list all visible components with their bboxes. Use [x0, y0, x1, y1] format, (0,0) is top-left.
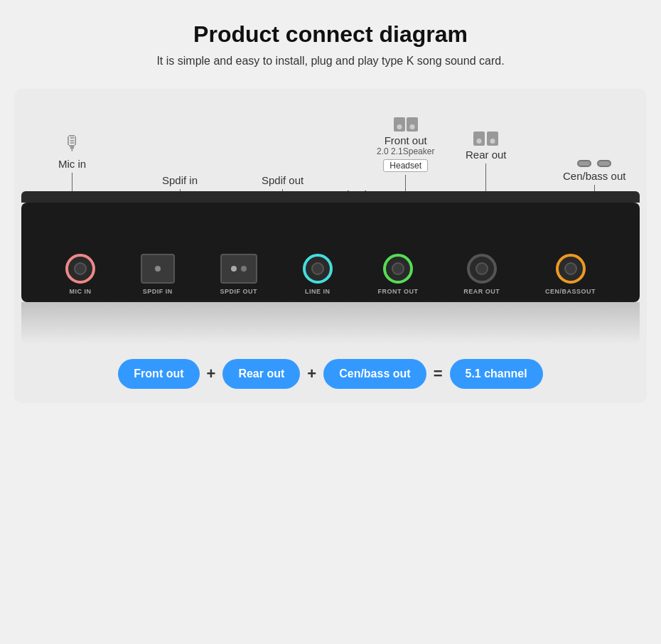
front-out-port-label: FRONT OUT: [378, 288, 419, 295]
spdif-in-dot: [155, 266, 161, 272]
rear-spk-right: [487, 132, 498, 146]
spdif-out-dot2: [241, 266, 247, 272]
mic-in-port: MIC IN: [65, 254, 95, 295]
front-out-circle: [383, 254, 413, 284]
front-out-sub-label: 2.0 2.1Speaker: [377, 146, 434, 156]
cen-bassout-inner: [564, 262, 577, 275]
device-wrapper: MIC IN SPDIF IN: [21, 191, 640, 345]
spdif-out-port: SPDIF OUT: [220, 254, 257, 295]
cen-bassout-port-label: CEN/BASSOUT: [545, 288, 596, 295]
rear-out-port: REAR OUT: [463, 254, 500, 295]
mic-in-label: Mic in: [58, 158, 86, 170]
rear-out-button[interactable]: Rear out: [222, 359, 300, 389]
rear-out-circle: [467, 254, 497, 284]
spk-right: [407, 117, 418, 132]
subtitle: It is simple and easy to install, plug a…: [156, 55, 504, 68]
spdif-in-port: SPDIF IN: [141, 254, 175, 295]
oval-left: [577, 160, 591, 167]
front-out-inner: [392, 262, 404, 275]
equals-operator: =: [434, 365, 443, 383]
cen-bassout-circle: [556, 254, 586, 284]
labels-area: 🎙 Mic in Spdif in Spdif out: [21, 103, 640, 345]
rear-out-speaker-icon: [473, 132, 498, 146]
device-reflection: [21, 302, 640, 345]
mic-icon: 🎙: [63, 132, 82, 155]
headset-callout: Headset: [383, 159, 428, 172]
cen-bass-icon: [577, 160, 611, 167]
spdif-out-label: Spdif out: [262, 174, 303, 186]
spdif-in-port-label: SPDIF IN: [143, 288, 173, 295]
ports-row: MIC IN SPDIF IN: [36, 247, 625, 295]
equation-row: Front out + Rear out + Cen/bass out = 5.…: [21, 359, 640, 396]
device-top: [21, 191, 640, 203]
page-title: Product connect diagram: [193, 21, 468, 48]
front-out-label: Front out: [385, 134, 427, 146]
mic-in-port-label: MIC IN: [69, 288, 91, 295]
channel-button[interactable]: 5.1 channel: [450, 359, 543, 389]
mic-in-circle: [65, 254, 95, 284]
front-out-button[interactable]: Front out: [118, 359, 199, 389]
spdif-in-label: Spdif in: [162, 174, 198, 186]
line-in-port-label: LINE IN: [305, 288, 330, 295]
plus-operator-1: +: [207, 365, 216, 383]
oval-right: [597, 160, 611, 167]
diagram-inner: 🎙 Mic in Spdif in Spdif out: [21, 103, 640, 396]
rear-out-port-label: REAR OUT: [463, 288, 500, 295]
line-in-circle: [303, 254, 333, 284]
spdif-out-dot1: [231, 266, 237, 272]
device-body: MIC IN SPDIF IN: [21, 203, 640, 302]
cen-bass-label: Cen/bass out: [563, 170, 625, 182]
plus-operator-2: +: [307, 365, 316, 383]
line-in-port: LINE IN: [303, 254, 333, 295]
cen-bass-button[interactable]: Cen/bass out: [323, 359, 426, 389]
diagram-area: 🎙 Mic in Spdif in Spdif out: [14, 89, 647, 403]
line-in-inner: [311, 262, 324, 275]
spdif-in-block: [141, 254, 175, 284]
mic-in-inner: [74, 262, 87, 275]
front-out-speaker-icon: [394, 117, 418, 132]
spdif-out-block: [220, 254, 257, 284]
spk-left: [394, 117, 405, 132]
rear-out-inner: [475, 262, 488, 275]
cen-bassout-port: CEN/BASSOUT: [545, 254, 596, 295]
rear-out-label: Rear out: [466, 149, 507, 161]
rear-spk-left: [473, 132, 485, 146]
front-out-port: FRONT OUT: [378, 254, 419, 295]
spdif-out-port-label: SPDIF OUT: [220, 288, 257, 295]
